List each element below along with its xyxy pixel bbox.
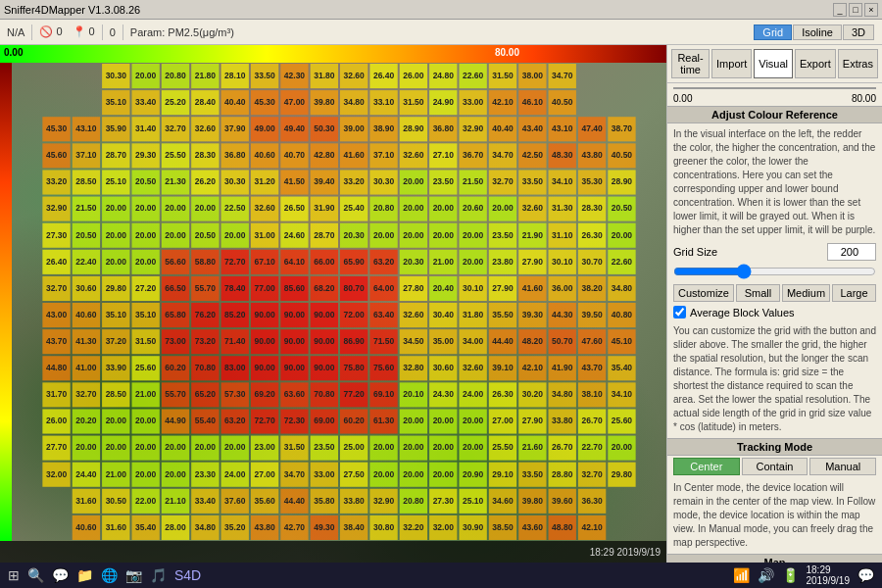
taskbar-explorer[interactable]: 📁 — [76, 567, 93, 583]
center-button[interactable]: Center — [673, 458, 740, 475]
toolbar-separator-1 — [31, 24, 32, 40]
medium-button[interactable]: Medium — [782, 284, 830, 302]
top-nav: Real-time Import Visual Export Extras — [667, 45, 882, 83]
adjust-colour-header: Adjust Colour Reference — [667, 106, 882, 123]
taskbar-app2[interactable]: 🎵 — [150, 567, 167, 583]
average-block-label: Average Block Values — [690, 307, 795, 318]
grid-size-buttons: Customize Small Medium Large — [667, 282, 882, 304]
grid-size-slider[interactable] — [673, 265, 876, 278]
contain-button[interactable]: Contain — [742, 458, 808, 475]
3d-view-button[interactable]: 3D — [843, 24, 874, 40]
app-title: Sniffer4DMapper V1.3.08.26 — [4, 4, 140, 16]
taskbar-search[interactable]: 🔍 — [27, 567, 44, 583]
grid-description: You can customize the grid with the butt… — [667, 320, 882, 438]
taskbar-sniffer[interactable]: S4D — [174, 567, 201, 583]
statusbar-right: 18:29 2019/9/19 — [590, 547, 661, 558]
import-button[interactable]: Import — [711, 49, 752, 78]
map-statusbar: 18:29 2019/9/19 — [0, 541, 666, 563]
taskbar-edge[interactable]: 🌐 — [101, 567, 118, 583]
grid-view-button[interactable]: Grid — [754, 24, 792, 40]
toolbar-icon2[interactable]: 📍 0 — [70, 25, 98, 38]
toolbar-zero-alt[interactable]: 0 — [107, 26, 119, 38]
main-content: 0.00 80.00 18:29 2019/9/19 Real-time Imp… — [0, 45, 882, 563]
small-button[interactable]: Small — [736, 284, 780, 302]
grid-size-slider-row — [667, 263, 882, 282]
close-button[interactable]: × — [864, 3, 878, 17]
panel-scale-max: 80.00 — [852, 93, 876, 104]
taskbar-cortana[interactable]: 💬 — [52, 567, 69, 583]
manual-button[interactable]: Manual — [809, 458, 876, 475]
map-area[interactable]: 0.00 80.00 18:29 2019/9/19 — [0, 45, 666, 563]
color-scale-bar — [0, 45, 666, 63]
right-panel: Real-time Import Visual Export Extras 0.… — [666, 45, 882, 563]
large-button[interactable]: Large — [832, 284, 876, 302]
taskbar-app1[interactable]: 📷 — [125, 567, 142, 583]
grid-size-label: Grid Size — [673, 246, 717, 258]
maximize-button[interactable]: □ — [849, 3, 862, 17]
titlebar: Sniffer4DMapper V1.3.08.26 _ □ × — [0, 0, 882, 20]
taskbar-time: 18:292019/9/19 — [807, 564, 851, 586]
panel-color-gradient — [673, 87, 876, 89]
taskbar-icons-left: ⊞ 🔍 💬 📁 🌐 📷 🎵 S4D — [8, 567, 201, 583]
minimize-button[interactable]: _ — [833, 3, 847, 17]
taskbar-action-center[interactable]: 💬 — [858, 567, 874, 583]
toolbar-param: Param: PM2.5(μg/m³) — [127, 26, 237, 38]
taskbar-network[interactable]: 📶 — [733, 567, 750, 583]
adjust-colour-description: In the visual interface on the left, the… — [667, 123, 882, 241]
map-background — [0, 45, 666, 563]
realtime-button[interactable]: Real-time — [671, 49, 710, 78]
isoline-view-button[interactable]: Isoline — [793, 24, 842, 40]
map-section-header: Map — [667, 554, 882, 563]
tracking-mode-description: In Center mode, the device location will… — [667, 477, 882, 554]
panel-scale-labels: 0.00 80.00 — [667, 93, 882, 104]
export-button[interactable]: Export — [795, 49, 836, 78]
scale-max-label: 80.00 — [495, 47, 519, 58]
customize-button[interactable]: Customize — [673, 284, 734, 302]
taskbar-battery[interactable]: 🔋 — [782, 567, 799, 583]
toolbar: N/A 🚫 0 📍 0 0 Param: PM2.5(μg/m³) Grid I… — [0, 20, 882, 45]
toolbar-separator-2 — [102, 24, 103, 40]
left-colorbar — [0, 63, 12, 541]
taskbar-start[interactable]: ⊞ — [8, 567, 20, 583]
taskbar-volume[interactable]: 🔊 — [758, 567, 774, 583]
tracking-mode-buttons: Center Contain Manual — [667, 456, 882, 477]
toolbar-na[interactable]: N/A — [4, 26, 27, 38]
average-block-checkbox[interactable] — [673, 306, 686, 318]
grid-size-input[interactable] — [827, 243, 876, 261]
average-block-row: Average Block Values — [667, 304, 882, 320]
tracking-mode-header: Tracking Mode — [667, 438, 882, 456]
panel-scale-min: 0.00 — [673, 93, 692, 104]
bottom-taskbar: ⊞ 🔍 💬 📁 🌐 📷 🎵 S4D 📶 🔊 🔋 18:292019/9/19 💬 — [0, 563, 882, 588]
grid-size-row: Grid Size — [667, 241, 882, 263]
taskbar-icons-right: 📶 🔊 🔋 18:292019/9/19 💬 — [733, 564, 875, 586]
visual-button[interactable]: Visual — [754, 49, 793, 78]
extras-button[interactable]: Extras — [838, 49, 878, 78]
toolbar-icon1[interactable]: 🚫 0 — [36, 25, 65, 38]
window-controls[interactable]: _ □ × — [833, 3, 878, 17]
scale-min-label: 0.00 — [4, 47, 23, 58]
toolbar-separator-3 — [122, 24, 123, 40]
